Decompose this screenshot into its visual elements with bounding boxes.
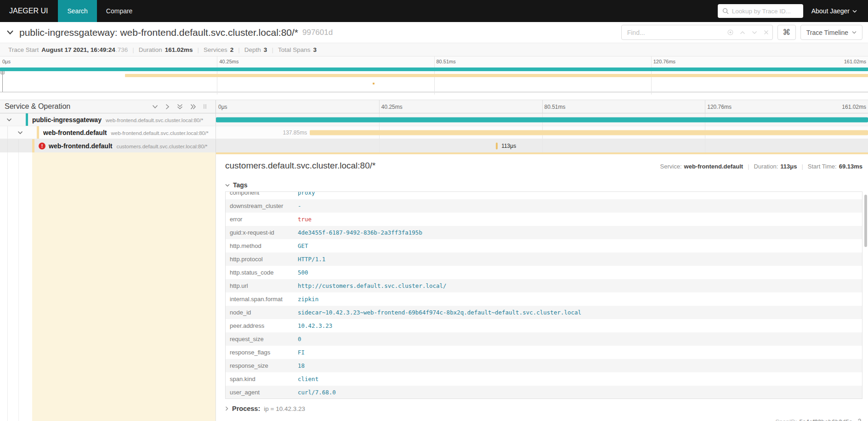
tag-row-component[interactable]: componentproxy <box>226 191 862 199</box>
find-input[interactable] <box>627 29 727 36</box>
span-detail-meta: Service: web-frontend.default | Duration… <box>660 163 862 170</box>
detail-duration-value: 113μs <box>780 163 797 170</box>
tags-scrollbar-thumb[interactable] <box>864 195 867 247</box>
timeline-header-ticks: 0μs40.25ms80.51ms120.76ms161.02ms <box>216 100 868 113</box>
collapse-all-icon[interactable] <box>177 104 183 110</box>
tag-key: http.protocol <box>230 253 298 266</box>
tick-label: 0μs <box>2 56 11 67</box>
summary-duration: Duration 161.02ms <box>134 46 198 53</box>
expand-one-icon[interactable] <box>165 104 170 110</box>
span-name-cell: ! web-frontend.defaultcustomers.default.… <box>0 139 216 152</box>
jaeger-logo[interactable]: JAEGER UI <box>0 0 58 22</box>
command-icon: ⌘ <box>783 28 790 37</box>
span-bar[interactable] <box>496 142 498 149</box>
minimap[interactable] <box>0 67 868 95</box>
tags-accordion-header[interactable]: Tags <box>225 181 862 189</box>
indent-guide <box>7 139 8 152</box>
tick-gridline <box>651 56 652 67</box>
tag-value: GET <box>298 239 308 253</box>
error-icon: ! <box>39 142 45 149</box>
trace-id-search[interactable] <box>718 4 803 18</box>
tags-list: componentproxydownstream_cluster-errortr… <box>226 191 862 399</box>
span-detail-panel: customers.default.svc.cluster.local:80/*… <box>216 152 868 421</box>
column-resizer-grip[interactable] <box>204 104 206 109</box>
tags-table: componentproxydownstream_cluster-errortr… <box>225 191 862 399</box>
chevron-down-icon <box>852 31 857 34</box>
collapse-one-icon[interactable] <box>152 105 158 109</box>
chevron-down-icon[interactable] <box>17 131 23 135</box>
tag-row-user_agent[interactable]: user_agentcurl/7.68.0 <box>226 386 862 399</box>
tag-row-http.protocol[interactable]: http.protocolHTTP/1.1 <box>226 253 862 266</box>
minimap-span-bar <box>125 74 868 77</box>
tag-value: FI <box>298 346 305 359</box>
prev-match-icon[interactable] <box>740 31 745 34</box>
tag-row-http.method[interactable]: http.methodGET <box>226 239 862 253</box>
span-rows: public-ingressgatewayweb-frontend.defaul… <box>0 113 868 152</box>
tag-row-guid:x-request-id[interactable]: guid:x-request-id4de3455f-6187-9492-836b… <box>226 226 862 239</box>
tick-gridline <box>379 139 380 152</box>
span-row-web-frontend-customers[interactable]: ! web-frontend.defaultcustomers.default.… <box>0 139 868 152</box>
span-row-web-frontend[interactable]: web-frontend.defaultweb-frontend.default… <box>0 126 868 139</box>
tag-value: curl/7.68.0 <box>298 386 336 399</box>
tag-row-peer.address[interactable]: peer.address10.42.3.23 <box>226 319 862 332</box>
trace-start-fraction: .736 <box>116 46 128 53</box>
search-icon <box>722 8 729 14</box>
trace-view-selector[interactable]: Trace Timeline <box>800 25 862 40</box>
tag-value: - <box>298 199 301 213</box>
process-accordion-header[interactable]: Process: ip = 10.42.3.23 <box>225 405 862 412</box>
tag-row-response_size[interactable]: response_size18 <box>226 359 862 372</box>
tick-label: 0μs <box>218 100 227 114</box>
tag-row-response_flags[interactable]: response_flagsFI <box>226 346 862 359</box>
tag-key: component <box>230 191 298 199</box>
next-match-icon[interactable] <box>752 31 757 34</box>
collapse-trace-chevron-icon[interactable] <box>6 30 14 35</box>
clear-find-icon[interactable] <box>764 30 769 35</box>
expand-all-icon[interactable] <box>190 104 196 110</box>
tick-label: 80.51ms <box>545 100 566 114</box>
span-row-public-ingressgateway[interactable]: public-ingressgatewayweb-frontend.defaul… <box>0 113 868 126</box>
tag-key: internal.span.format <box>230 292 298 306</box>
summary-depth: Depth 3 <box>240 46 272 53</box>
span-bar-cell[interactable] <box>216 113 868 126</box>
nav-tab-compare[interactable]: Compare <box>97 0 142 22</box>
tag-row-internal.span.format[interactable]: internal.span.formatzipkin <box>226 292 862 306</box>
trace-id-search-input[interactable] <box>732 8 799 15</box>
tick-gridline <box>542 139 543 152</box>
trace-view-selector-label: Trace Timeline <box>806 29 848 36</box>
nav-tab-search[interactable]: Search <box>58 0 96 22</box>
tag-row-span.kind[interactable]: span.kindclient <box>226 372 862 386</box>
summary-total-spans: Total Spans 3 <box>273 46 321 53</box>
span-bar-cell[interactable]: 137.85ms <box>216 126 868 139</box>
tag-row-http.url[interactable]: http.urlhttp://customers.default.svc.clu… <box>226 279 862 292</box>
chevron-down-icon[interactable] <box>6 118 12 122</box>
tag-value: client <box>298 372 318 386</box>
span-bar[interactable] <box>216 117 868 122</box>
focus-match-icon[interactable] <box>727 29 733 35</box>
trace-title: public-ingressgateway: web-frontend.defa… <box>19 27 298 38</box>
tag-value: true <box>298 213 312 226</box>
tag-row-error[interactable]: errortrue <box>226 213 862 226</box>
link-icon[interactable] <box>855 418 862 421</box>
tick-label: 120.76ms <box>653 56 675 67</box>
tag-row-downstream_cluster[interactable]: downstream_cluster- <box>226 199 862 213</box>
total-spans-value: 3 <box>313 46 317 53</box>
timeline-header-left: Service & Operation <box>0 100 216 113</box>
find-box[interactable] <box>621 25 773 40</box>
tag-key: http.url <box>230 279 298 292</box>
indent-guide <box>18 139 19 152</box>
span-bar[interactable] <box>310 130 868 135</box>
span-bar-cell[interactable]: 113μs <box>216 139 868 152</box>
about-jaeger-label: About Jaeger <box>811 7 850 15</box>
tag-row-node_id[interactable]: node_idsidecar~10.42.3.23~web-frontend-6… <box>226 306 862 319</box>
tag-key: request_size <box>230 332 298 346</box>
meta-divider: | <box>801 163 803 170</box>
service-label: web-frontend.default <box>43 129 107 136</box>
tick-gridline <box>705 139 705 152</box>
keyboard-shortcuts-button[interactable]: ⌘ <box>777 25 796 40</box>
about-jaeger-menu[interactable]: About Jaeger <box>811 7 857 15</box>
tag-row-request_size[interactable]: request_size0 <box>226 332 862 346</box>
chevron-right-icon <box>225 406 228 411</box>
tag-row-http.status_code[interactable]: http.status_code500 <box>226 266 862 279</box>
tick-gridline <box>379 100 380 113</box>
tag-value: 10.42.3.23 <box>298 319 332 332</box>
